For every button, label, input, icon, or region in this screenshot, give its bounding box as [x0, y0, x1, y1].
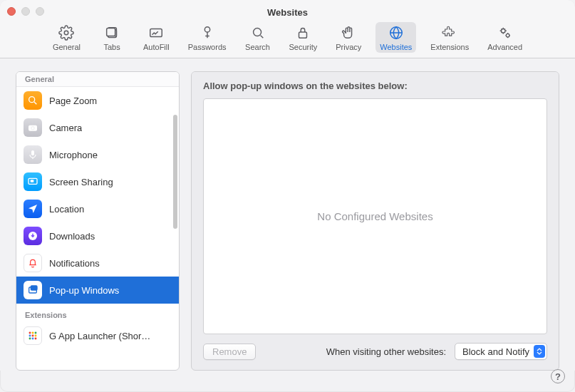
sidebar-item-downloads[interactable]: Downloads — [16, 222, 179, 249]
gear-icon — [58, 25, 74, 41]
toolbar-label: Extensions — [430, 43, 469, 51]
sidebar-item-label: Location — [49, 204, 84, 215]
magnifier-icon — [24, 91, 42, 110]
window-title: Websites — [0, 7, 575, 18]
tab-tabs[interactable]: Tabs — [95, 22, 129, 53]
zoom-window-button[interactable] — [36, 7, 44, 16]
updown-arrows-icon — [534, 345, 545, 358]
search-icon — [250, 25, 266, 41]
svg-rect-14 — [31, 150, 34, 155]
toolbar-label: Security — [289, 43, 318, 51]
toolbar-label: Tabs — [103, 43, 120, 51]
camera-icon — [24, 118, 42, 137]
svg-point-23 — [29, 335, 31, 337]
svg-point-0 — [65, 31, 69, 35]
help-button[interactable]: ? — [551, 369, 565, 383]
tab-advanced[interactable]: Advanced — [483, 22, 527, 53]
lock-icon — [295, 25, 311, 41]
puzzle-icon — [442, 25, 457, 41]
svg-point-28 — [35, 338, 37, 340]
tab-search[interactable]: Search — [241, 22, 275, 53]
tab-privacy[interactable]: Privacy — [331, 22, 366, 53]
sidebar-scroll[interactable]: Page Zoom Camera Microphone Screen Shari… — [16, 87, 179, 370]
svg-point-25 — [35, 335, 37, 337]
hand-icon — [341, 25, 356, 41]
category-sidebar: General Page Zoom Camera Microphone — [16, 71, 180, 371]
toolbar-label: Passwords — [188, 43, 227, 51]
detail-pane: Allow pop-up windows on the websites bel… — [191, 71, 559, 371]
select-value: Block and Notify — [462, 346, 529, 357]
scrollbar-thumb[interactable] — [173, 115, 177, 229]
popup-window-icon — [24, 281, 42, 299]
svg-point-4 — [204, 27, 209, 32]
remove-button[interactable]: Remove — [203, 344, 256, 360]
preferences-toolbar: General Tabs AutoFill Passwords Search S… — [0, 17, 575, 58]
sidebar-item-label: Pop-up Windows — [49, 285, 119, 296]
sidebar-item-popup-windows[interactable]: Pop-up Windows — [16, 277, 179, 304]
sidebar-item-label: Notifications — [49, 258, 100, 269]
bell-icon — [24, 254, 42, 272]
window-controls — [7, 7, 44, 16]
gears-icon — [497, 25, 513, 41]
svg-rect-2 — [107, 29, 115, 36]
sidebar-item-screen-sharing[interactable]: Screen Sharing — [16, 168, 179, 195]
empty-state-label: No Configured Websites — [317, 210, 432, 222]
sidebar-item-label: Downloads — [49, 231, 95, 242]
svg-rect-16 — [31, 180, 34, 182]
sidebar-item-label: Screen Sharing — [49, 177, 113, 187]
svg-point-27 — [32, 338, 34, 340]
svg-point-26 — [29, 338, 31, 340]
sidebar-item-label: Camera — [49, 123, 82, 133]
key-icon — [200, 25, 215, 41]
websites-list: No Configured Websites — [203, 98, 547, 334]
svg-point-21 — [32, 332, 34, 334]
svg-point-10 — [29, 97, 35, 103]
svg-point-5 — [253, 29, 261, 36]
svg-rect-19 — [31, 286, 37, 290]
grid-apps-icon — [24, 326, 42, 345]
tabs-icon — [104, 25, 120, 41]
svg-point-9 — [506, 33, 509, 37]
download-icon — [24, 227, 42, 245]
sidebar-section-general: General — [16, 72, 179, 87]
svg-point-24 — [32, 335, 34, 337]
tab-autofill[interactable]: AutoFill — [139, 22, 174, 53]
close-window-button[interactable] — [7, 7, 16, 16]
default-policy-select[interactable]: Block and Notify — [455, 343, 547, 360]
svg-rect-6 — [299, 32, 307, 38]
detail-header: Allow pop-up windows on the websites bel… — [192, 72, 559, 98]
microphone-icon — [24, 145, 42, 164]
sidebar-item-notifications[interactable]: Notifications — [16, 249, 179, 277]
sidebar-section-extensions: Extensions — [16, 304, 179, 322]
minimize-window-button[interactable] — [21, 7, 30, 16]
titlebar: Websites — [0, 0, 575, 17]
toolbar-label: Privacy — [336, 43, 361, 51]
toolbar-label: Search — [245, 43, 270, 51]
location-arrow-icon — [24, 200, 42, 218]
tab-security[interactable]: Security — [285, 22, 322, 53]
sidebar-item-camera[interactable]: Camera — [16, 114, 179, 141]
toolbar-label: Websites — [380, 43, 412, 51]
tab-websites[interactable]: Websites — [375, 22, 416, 53]
tab-general[interactable]: General — [48, 22, 85, 53]
visiting-other-label: When visiting other websites: — [326, 346, 446, 357]
svg-point-13 — [31, 127, 33, 129]
sidebar-item-microphone[interactable]: Microphone — [16, 141, 179, 168]
toolbar-label: Advanced — [487, 43, 522, 51]
sidebar-item-label: G App Launcher (Shor… — [49, 331, 150, 341]
sidebar-item-page-zoom[interactable]: Page Zoom — [16, 87, 179, 114]
toolbar-label: General — [53, 43, 81, 51]
sidebar-item-extension-gapp[interactable]: G App Launcher (Shor… — [16, 322, 179, 349]
sidebar-item-label: Microphone — [49, 150, 98, 160]
tab-extensions[interactable]: Extensions — [426, 22, 473, 53]
toolbar-label: AutoFill — [143, 43, 170, 51]
pencil-box-icon — [148, 25, 164, 41]
svg-point-22 — [35, 332, 37, 334]
content-area: General Page Zoom Camera Microphone — [0, 58, 575, 371]
tab-passwords[interactable]: Passwords — [184, 22, 231, 53]
globe-icon — [388, 25, 404, 41]
screen-share-icon — [24, 172, 42, 191]
svg-point-20 — [29, 332, 31, 334]
sidebar-item-location[interactable]: Location — [16, 195, 179, 222]
sidebar-item-label: Page Zoom — [49, 96, 97, 106]
